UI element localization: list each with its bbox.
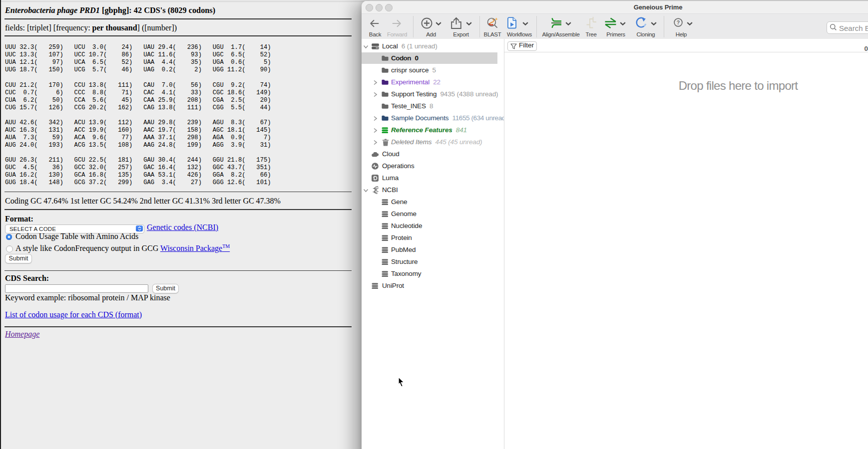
svg-text:?: ? <box>677 19 680 25</box>
